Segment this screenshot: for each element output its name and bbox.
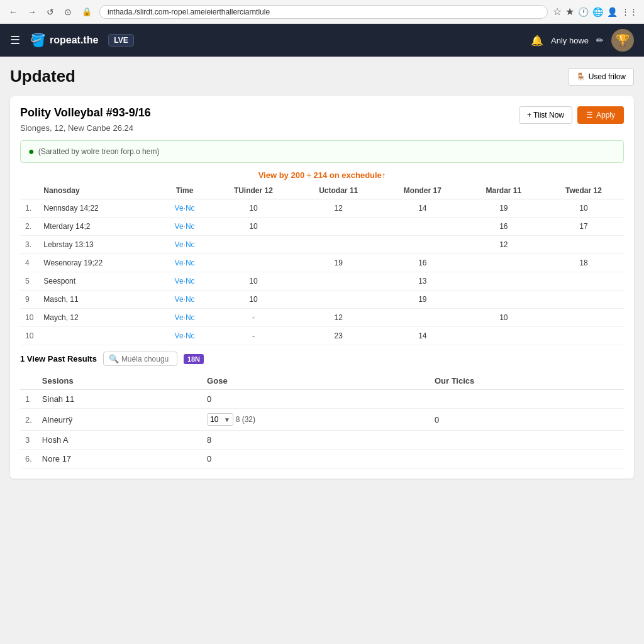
col-header-uctodar: Uctodar 11 <box>296 182 381 199</box>
url-text: inthada./slirdt.com-ropel.ameieierthalle… <box>108 8 270 16</box>
notification-icon[interactable]: 🔔 <box>531 35 543 47</box>
row-col3 <box>381 218 464 236</box>
list-item: 6. Nore 17 0 <box>20 450 624 469</box>
schedule-table: Nanosday Time TUinder 12 Uctodar 11 Mond… <box>20 182 624 345</box>
row-name: Seespont <box>38 272 158 291</box>
row-col5 <box>543 327 624 345</box>
row-col1: 10 <box>211 218 296 236</box>
row-col5: 17 <box>543 218 624 236</box>
row-name: Lebrstay 13:13 <box>38 236 158 254</box>
table-row: 4 Wesenoray 19;22 Ve·Nc 19 16 18 <box>20 254 624 272</box>
row-num: 4 <box>20 254 38 272</box>
card-title: Polity Volleybal #93-9/16 <box>20 106 151 119</box>
row-col5: 18 <box>543 254 624 272</box>
row-gose: 10▼ 8 (32) <box>202 409 430 431</box>
row-tickets <box>430 450 624 469</box>
logo-text: ropeat.the <box>50 35 98 46</box>
row-session: Nore 17 <box>37 450 202 469</box>
star-button[interactable]: ☆ <box>553 6 562 18</box>
app-header: ☰ 🪣 ropeat.the LVE 🔔 Anly howe ✏ 🏆 <box>0 24 644 57</box>
row-time[interactable]: Ve·Nc <box>158 309 211 327</box>
row-num: 6. <box>20 450 37 469</box>
row-col1: 10 <box>211 272 296 291</box>
clock-button[interactable]: 🕐 <box>578 7 589 17</box>
history-button[interactable]: ⊙ <box>62 6 74 18</box>
reload-button[interactable]: ↺ <box>44 6 57 18</box>
url-bar[interactable]: inthada./slirdt.com-ropel.ameieierthalle… <box>99 5 548 19</box>
row-col1: - <box>211 327 296 345</box>
page-header-row: Updated 🪑 Used frilow <box>10 67 634 86</box>
globe-button[interactable]: 🌐 <box>592 7 603 17</box>
header-right: 🔔 Anly howe ✏ 🏆 <box>531 29 634 52</box>
search-bar[interactable]: 🔍 <box>103 352 177 366</box>
table-row: 3. Lebrstay 13:13 Ve·Nc 12 <box>20 236 624 254</box>
row-col2: 23 <box>296 327 381 345</box>
list-item: 1 Sinah 11 0 <box>20 390 624 409</box>
row-time[interactable]: Ve·Nc <box>158 291 211 309</box>
row-col3 <box>381 236 464 254</box>
row-num: 2. <box>20 218 38 236</box>
status-text: (Saratted by wolre treon forp.o hem) <box>38 147 160 156</box>
list-item: 2. Alneurrÿ 10▼ 8 (32) 0 <box>20 409 624 431</box>
row-tickets <box>430 431 624 450</box>
past-results-table: Sesions Gose Our Ticics 1 Sinah 11 0 2. … <box>20 372 624 469</box>
row-col4 <box>464 272 543 291</box>
purple-badge: 18N <box>184 354 204 364</box>
row-time[interactable]: Ve·Nc <box>158 218 211 236</box>
row-col1 <box>211 254 296 272</box>
page-content: Updated 🪑 Used frilow Polity Volleybal #… <box>0 57 644 644</box>
row-col4: 12 <box>464 236 543 254</box>
back-button[interactable]: ← <box>6 6 20 18</box>
row-col3: 13 <box>381 272 464 291</box>
row-col3: 14 <box>381 327 464 345</box>
bookmark-button[interactable]: ★ <box>565 6 574 18</box>
row-name: Maych, 12 <box>38 309 158 327</box>
table-row: 9 Masch, 11 Ve·Nc 10 19 <box>20 291 624 309</box>
search-icon: 🔍 <box>109 354 119 364</box>
row-col5 <box>543 309 624 327</box>
gose-select[interactable]: 10▼ <box>207 413 233 426</box>
row-time[interactable]: Ve·Nc <box>158 327 211 345</box>
col-header-nanosday: Nanosday <box>38 182 158 199</box>
profile-button[interactable]: 👤 <box>607 7 618 17</box>
schedule-nav[interactable]: View by 200 ÷ 214 on exchedule↑ <box>20 170 624 180</box>
row-gose: 8 <box>202 431 430 450</box>
row-col4: 16 <box>464 218 543 236</box>
menu-button[interactable]: ⋮⋮ <box>621 7 638 16</box>
row-time[interactable]: Ve·Nc <box>158 272 211 291</box>
row-col5 <box>543 291 624 309</box>
row-col2: 19 <box>296 254 381 272</box>
past-results-header: 1 View Past Results 🔍 18N <box>20 345 624 370</box>
row-col3: 14 <box>381 199 464 218</box>
apply-button[interactable]: ☰ Apply <box>577 106 624 124</box>
row-col4: 10 <box>464 309 543 327</box>
past-col-sesions: Sesions <box>37 372 202 390</box>
apply-icon: ☰ <box>586 111 593 119</box>
used-frilow-button[interactable]: 🪑 Used frilow <box>568 68 634 86</box>
row-col2: 12 <box>296 309 381 327</box>
row-col1: 10 <box>211 291 296 309</box>
row-col3 <box>381 309 464 327</box>
lock-icon-btn: 🔒 <box>79 6 94 18</box>
gose-value: 0 <box>207 394 211 404</box>
gose-value: 8 <box>207 435 211 445</box>
row-col4 <box>464 291 543 309</box>
hamburger-menu[interactable]: ☰ <box>10 33 20 47</box>
edit-icon[interactable]: ✏ <box>596 35 604 45</box>
search-input[interactable] <box>121 355 172 364</box>
row-col5: 10 <box>543 199 624 218</box>
row-num: 1. <box>20 199 38 218</box>
gose-extra: 8 (32) <box>236 415 255 424</box>
row-col2: 12 <box>296 199 381 218</box>
card-subtitle: Sionges, 12, New Canbe 26.24 <box>20 123 151 133</box>
main-card: Polity Volleybal #93-9/16 Sionges, 12, N… <box>10 96 634 479</box>
row-time[interactable]: Ve·Nc <box>158 199 211 218</box>
row-time[interactable]: Ve·Nc <box>158 236 211 254</box>
row-tickets: 0 <box>430 409 624 431</box>
col-header-tuinder: TUinder 12 <box>211 182 296 199</box>
forward-button[interactable]: → <box>25 6 39 18</box>
browser-actions: ☆ ★ 🕐 🌐 👤 ⋮⋮ <box>553 6 638 18</box>
row-time[interactable]: Ve·Nc <box>158 254 211 272</box>
row-col2 <box>296 236 381 254</box>
tlist-now-button[interactable]: + Tiist Now <box>519 106 572 124</box>
